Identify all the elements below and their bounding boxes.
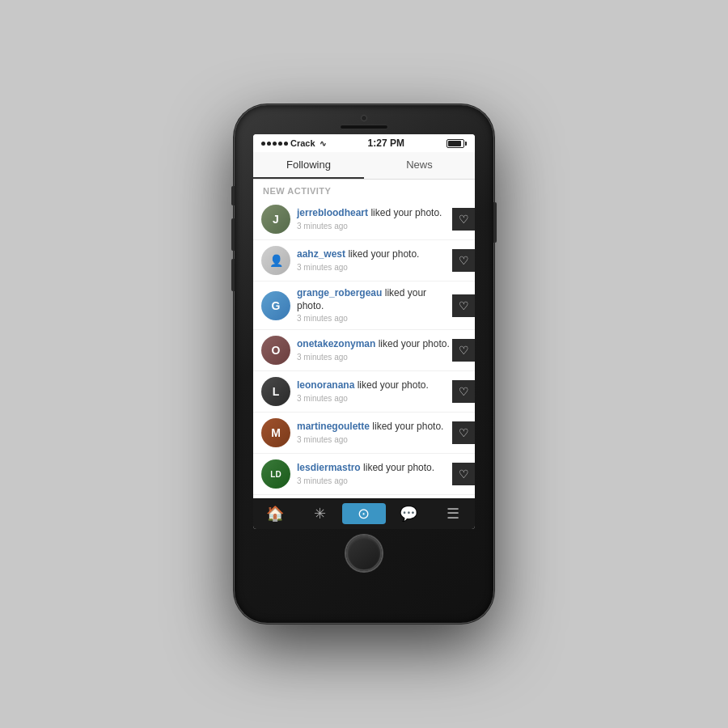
username: onetakezonyman (297, 338, 375, 349)
nav-profile[interactable]: ☰ (430, 503, 475, 524)
home-button-area (346, 529, 382, 574)
camera-icon: ⊙ (358, 505, 370, 523)
list-item: L leonoranana liked your photo. 3 minute… (253, 371, 475, 413)
heart-button[interactable]: ♡ (452, 294, 475, 317)
tab-news[interactable]: News (364, 152, 475, 179)
activity-action: liked your photo. (363, 462, 434, 473)
username: lesdiermastro (297, 462, 361, 473)
avatar: G (261, 291, 290, 320)
avatar: J (261, 205, 290, 234)
carrier-name: Crack (290, 138, 315, 148)
list-item: AF afopgilsi liked your photo. 3 minutes… (253, 495, 475, 498)
signal-indicator (261, 142, 288, 146)
phone-screen: Crack ∿ 1:27 PM Following News NEW ACTIV… (253, 134, 475, 529)
avatar: O (261, 336, 290, 365)
power-button[interactable] (493, 202, 497, 243)
activity-action: liked your photo. (372, 421, 443, 432)
username: martinegoulette (297, 421, 370, 432)
activity-text: leonoranana liked your photo. 3 minutes … (297, 379, 452, 404)
avatar: M (261, 418, 290, 447)
activity-action: liked your photo. (358, 379, 429, 391)
status-left: Crack ∿ (261, 138, 326, 148)
list-item: G grange_robergeau liked your photo. 3 m… (253, 281, 475, 330)
avatar: 👤 (261, 246, 290, 275)
section-header: NEW ACTIVITY (253, 180, 475, 199)
activity-time: 3 minutes ago (297, 221, 452, 231)
heart-button[interactable]: ♡ (452, 463, 475, 485)
activity-list: J jerrebloodheart liked your photo. 3 mi… (253, 199, 475, 498)
status-time: 1:27 PM (368, 138, 404, 149)
front-camera (361, 115, 367, 121)
mute-button[interactable] (231, 186, 235, 205)
battery-indicator (447, 139, 467, 148)
heart-button[interactable]: ♡ (452, 208, 475, 231)
activity-time: 3 minutes ago (297, 262, 452, 273)
nav-home[interactable]: 🏠 (253, 503, 298, 524)
home-button[interactable] (346, 535, 382, 571)
volume-up-button[interactable] (231, 218, 235, 251)
activity-time: 3 minutes ago (297, 434, 452, 445)
list-item: O onetakezonyman liked your photo. 3 min… (253, 330, 475, 371)
activity-text: aahz_west liked your photo. 3 minutes ag… (297, 248, 452, 273)
explore-icon: ✳ (314, 505, 326, 523)
activity-text: lesdiermastro liked your photo. 3 minute… (297, 462, 452, 486)
activity-text: onetakezonyman liked your photo. 3 minut… (297, 338, 452, 362)
activity-icon: 💬 (400, 505, 417, 523)
phone-shell: Crack ∿ 1:27 PM Following News NEW ACTIV… (235, 105, 493, 623)
speaker-grill (340, 125, 388, 129)
home-icon: 🏠 (266, 505, 284, 523)
list-item: 👤 aahz_west liked your photo. 3 minutes … (253, 240, 475, 281)
status-bar: Crack ∿ 1:27 PM (253, 134, 475, 152)
list-item: LD lesdiermastro liked your photo. 3 min… (253, 454, 475, 495)
heart-button[interactable]: ♡ (452, 249, 475, 272)
username: leonoranana (297, 379, 354, 391)
nav-activity[interactable]: 💬 (386, 503, 430, 524)
activity-text: jerrebloodheart liked your photo. 3 minu… (297, 207, 452, 231)
nav-explore[interactable]: ✳ (298, 503, 342, 524)
bottom-nav: 🏠 ✳ ⊙ 💬 ☰ (253, 498, 475, 529)
activity-text: grange_robergeau liked your photo. 3 min… (297, 287, 452, 324)
heart-button[interactable]: ♡ (452, 339, 475, 362)
volume-down-button[interactable] (231, 259, 235, 291)
tab-bar: Following News (253, 152, 475, 180)
heart-button[interactable]: ♡ (452, 380, 475, 403)
activity-time: 3 minutes ago (297, 313, 452, 324)
profile-icon: ☰ (447, 505, 459, 523)
list-item: M martinegoulette liked your photo. 3 mi… (253, 413, 475, 454)
list-item: J jerrebloodheart liked your photo. 3 mi… (253, 199, 475, 240)
username: aahz_west (297, 248, 345, 260)
avatar: L (261, 377, 290, 406)
activity-text: martinegoulette liked your photo. 3 minu… (297, 421, 452, 445)
heart-button[interactable]: ♡ (452, 421, 475, 444)
tab-following[interactable]: Following (253, 152, 364, 179)
activity-action: liked your photo. (348, 248, 419, 260)
nav-camera[interactable]: ⊙ (342, 503, 387, 524)
username: grange_robergeau (297, 287, 382, 298)
activity-action: liked your photo. (379, 338, 450, 349)
activity-action: liked your photo. (370, 207, 442, 218)
activity-time: 3 minutes ago (297, 476, 452, 486)
username: jerrebloodheart (297, 207, 368, 218)
activity-time: 3 minutes ago (297, 393, 452, 404)
activity-time: 3 minutes ago (297, 352, 452, 362)
avatar: LD (261, 459, 290, 489)
wifi-icon: ∿ (320, 139, 326, 148)
